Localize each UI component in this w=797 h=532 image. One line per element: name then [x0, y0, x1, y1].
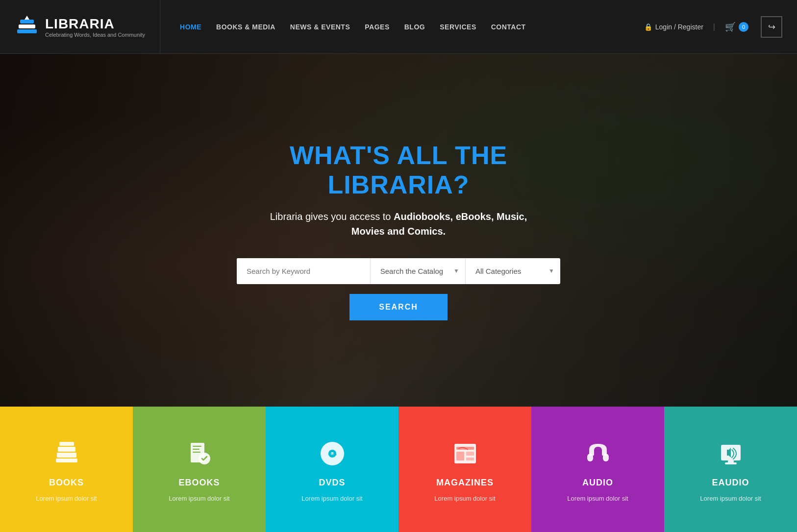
- svg-rect-2: [20, 20, 34, 24]
- books-icon: [50, 436, 84, 471]
- svg-rect-0: [17, 29, 37, 33]
- svg-rect-19: [456, 452, 464, 460]
- svg-rect-10: [193, 449, 199, 450]
- svg-rect-7: [59, 442, 74, 446]
- magazines-icon: [448, 436, 482, 471]
- category-dvds[interactable]: DVD DVDS Lorem ipsum dolor sit: [266, 407, 398, 532]
- logo-area: LIBRARIA Celebrating Words, Ideas and Co…: [15, 0, 160, 53]
- category-bar: BOOKS Lorem ipsum dolor sit EBOOKS Lorem…: [0, 407, 797, 532]
- search-categories-wrapper: All Categories Books eBooks DVDs Magazin…: [465, 258, 560, 284]
- books-label: BOOKS: [49, 478, 84, 488]
- logo-title: LIBRARIA: [45, 16, 145, 32]
- cart-icon: 🛒: [725, 22, 736, 32]
- ebooks-desc: Lorem ipsum dolor sit: [169, 495, 229, 502]
- books-desc: Lorem ipsum dolor sit: [36, 495, 97, 502]
- category-magazines[interactable]: MAGAZINES Lorem ipsum dolor sit: [398, 407, 531, 532]
- dvds-desc: Lorem ipsum dolor sit: [301, 495, 362, 502]
- navbar: LIBRARIA Celebrating Words, Ideas and Co…: [0, 0, 797, 54]
- audio-label: AUDIO: [582, 478, 613, 488]
- ebooks-label: EBOOKS: [178, 478, 220, 488]
- svg-rect-21: [466, 458, 474, 460]
- svg-rect-6: [58, 447, 75, 452]
- hero-subtitle-plain: Libraria gives you access to: [270, 211, 394, 222]
- share-button[interactable]: ↪: [761, 16, 782, 38]
- svg-rect-25: [725, 462, 737, 464]
- cart-badge: 0: [739, 22, 748, 32]
- category-books[interactable]: BOOKS Lorem ipsum dolor sit: [0, 407, 133, 532]
- search-keyword-input[interactable]: [237, 258, 370, 284]
- nav-services[interactable]: SERVICES: [440, 23, 476, 31]
- magazines-desc: Lorem ipsum dolor sit: [434, 495, 495, 502]
- eaudio-desc: Lorem ipsum dolor sit: [700, 495, 761, 502]
- nav-books-media[interactable]: BOOKS & MEDIA: [216, 23, 275, 31]
- category-audio[interactable]: AUDIO Lorem ipsum dolor sit: [531, 407, 664, 532]
- nav-contact[interactable]: CONTACT: [491, 23, 526, 31]
- hero-subtitle: Libraria gives you access to Audiobooks,…: [237, 209, 560, 239]
- svg-rect-26: [728, 460, 734, 462]
- eaudio-label: EAUDIO: [712, 478, 749, 488]
- lock-icon: 🔒: [644, 23, 652, 31]
- svg-marker-3: [25, 16, 29, 20]
- hero-section: WHAT'S ALL THE LIBRARIA? Libraria gives …: [0, 54, 797, 407]
- search-catalog-wrapper: Search the Catalog Books eBooks DVDs Mag…: [370, 258, 465, 284]
- nav-links: HOME BOOKS & MEDIA NEWS & EVENTS PAGES B…: [160, 23, 644, 31]
- search-catalog-select[interactable]: Search the Catalog Books eBooks DVDs Mag…: [371, 258, 465, 284]
- magazines-label: MAGAZINES: [436, 478, 494, 488]
- hero-content: WHAT'S ALL THE LIBRARIA? Libraria gives …: [227, 141, 570, 320]
- dvds-icon: DVD: [315, 436, 349, 471]
- hero-title: WHAT'S ALL THE LIBRARIA?: [237, 141, 560, 199]
- nav-home[interactable]: HOME: [180, 23, 201, 31]
- svg-rect-5: [57, 453, 76, 458]
- svg-rect-22: [587, 454, 593, 461]
- svg-rect-23: [603, 454, 609, 461]
- cart-area[interactable]: 🛒 0: [725, 22, 748, 32]
- svg-text:DVD: DVD: [328, 452, 337, 457]
- nav-blog[interactable]: BLOG: [404, 23, 425, 31]
- eaudio-icon: [714, 436, 748, 471]
- dvds-label: DVDS: [319, 478, 345, 488]
- search-button[interactable]: SEARCH: [349, 294, 448, 320]
- category-ebooks[interactable]: EBOOKS Lorem ipsum dolor sit: [133, 407, 266, 532]
- svg-rect-4: [56, 459, 77, 462]
- search-categories-select[interactable]: All Categories Books eBooks DVDs Magazin…: [466, 258, 560, 284]
- nav-divider: |: [713, 23, 715, 31]
- login-label: Login / Register: [655, 23, 703, 31]
- category-eaudio[interactable]: EAUDIO Lorem ipsum dolor sit: [664, 407, 797, 532]
- nav-news-events[interactable]: NEWS & EVENTS: [290, 23, 350, 31]
- svg-rect-20: [466, 452, 474, 456]
- svg-rect-11: [193, 452, 200, 453]
- logo-text-block: LIBRARIA Celebrating Words, Ideas and Co…: [45, 16, 145, 38]
- logo-icon: [15, 15, 39, 39]
- search-bar: Search the Catalog Books eBooks DVDs Mag…: [237, 258, 560, 284]
- nav-pages[interactable]: PAGES: [365, 23, 389, 31]
- audio-icon: [581, 436, 615, 471]
- audio-desc: Lorem ipsum dolor sit: [567, 495, 628, 502]
- nav-right: 🔒 Login / Register | 🛒 0 ↪: [644, 16, 782, 38]
- logo-subtitle: Celebrating Words, Ideas and Community: [45, 32, 145, 38]
- login-area[interactable]: 🔒 Login / Register: [644, 23, 703, 31]
- ebooks-icon: [182, 436, 217, 471]
- svg-rect-1: [19, 24, 35, 28]
- svg-rect-9: [193, 446, 201, 447]
